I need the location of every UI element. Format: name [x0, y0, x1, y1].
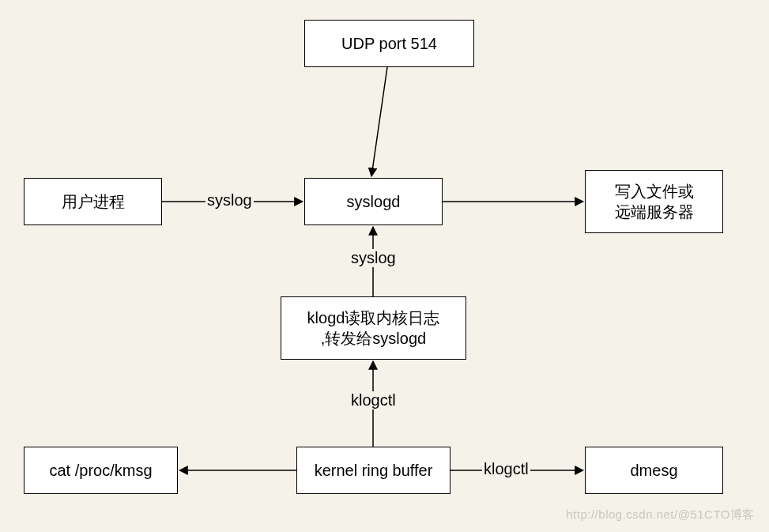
edge-label-klogd-to-syslogd: syslog	[349, 249, 398, 267]
edge-udp-to-syslogd	[371, 67, 387, 176]
edge-label-user-to-syslogd: syslog	[205, 191, 254, 209]
watermark: http://blog.csdn.net/@51CTO博客	[566, 507, 755, 523]
edge-label-krb-to-dmesg: klogctl	[482, 460, 530, 478]
edge-label-krb-to-klogd: klogctl	[349, 391, 398, 409]
